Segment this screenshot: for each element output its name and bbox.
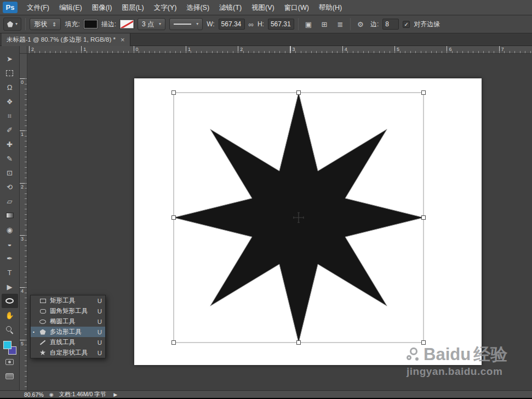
chevron-down-icon: ▾ bbox=[15, 22, 18, 26]
ruler-label-h: 1 bbox=[188, 47, 191, 52]
flyout-item-ellipse[interactable]: 椭圆工具U bbox=[31, 316, 105, 327]
lasso-tool-icon: Ω bbox=[7, 84, 13, 91]
menu-item-1[interactable]: 编辑(E) bbox=[54, 0, 87, 15]
path-operations-icon[interactable]: ▣ bbox=[302, 18, 314, 30]
brush-tool[interactable]: ✎ bbox=[2, 151, 18, 166]
eraser-tool-icon: ▱ bbox=[7, 198, 13, 205]
crop-tool[interactable]: ⌗ bbox=[2, 109, 18, 123]
flyout-item-label: 椭圆工具 bbox=[50, 317, 75, 326]
width-input[interactable] bbox=[219, 19, 245, 30]
photoshop-logo[interactable]: Ps bbox=[3, 2, 18, 13]
screen-mode-icon bbox=[5, 373, 14, 379]
selection-handle[interactable] bbox=[422, 91, 426, 95]
selection-handle[interactable] bbox=[297, 341, 301, 345]
tool-mode-select[interactable]: 形状 ⇕ bbox=[30, 18, 61, 30]
sides-input[interactable] bbox=[382, 19, 399, 30]
align-edges-checkbox[interactable]: ✓ bbox=[403, 21, 410, 28]
selection-handle[interactable] bbox=[297, 91, 301, 95]
dodge-tool[interactable]: ◒ bbox=[2, 237, 18, 251]
selection-handle[interactable] bbox=[172, 216, 176, 220]
flyout-item-custom-shape[interactable]: 自定形状工具U bbox=[31, 347, 105, 358]
gear-icon[interactable]: ⚙ bbox=[354, 18, 367, 30]
ruler-label-h: 3 bbox=[293, 47, 295, 52]
eyedropper-tool-icon: ✐ bbox=[7, 127, 13, 134]
hand-tool-icon: ✋ bbox=[5, 312, 14, 319]
menu-item-7[interactable]: 视图(V) bbox=[247, 0, 279, 15]
screen-mode-button[interactable] bbox=[2, 369, 18, 383]
shape-tool[interactable] bbox=[2, 294, 18, 308]
menu-item-4[interactable]: 文字(Y) bbox=[149, 0, 182, 15]
link-dimensions-icon[interactable]: ∞ bbox=[249, 20, 254, 29]
quick-selection-tool-icon: ❖ bbox=[7, 98, 13, 105]
flyout-item-shortcut: U bbox=[98, 308, 102, 315]
eyedropper-tool[interactable]: ✐ bbox=[2, 123, 18, 137]
separator bbox=[350, 18, 351, 30]
zoom-tool-icon bbox=[6, 326, 13, 333]
clone-stamp-tool[interactable]: ⊡ bbox=[2, 166, 18, 180]
artboard[interactable] bbox=[134, 78, 482, 365]
menu-item-0[interactable]: 文件(F) bbox=[22, 0, 54, 15]
stroke-width-select[interactable]: 3 点 ▾ bbox=[138, 18, 165, 30]
zoom-tool[interactable] bbox=[2, 322, 18, 337]
flyout-item-label: 直线工具 bbox=[50, 338, 75, 346]
quick-selection-tool[interactable]: ❖ bbox=[2, 94, 18, 109]
status-menu-arrow-icon[interactable]: ▶ bbox=[113, 392, 117, 397]
menu-item-8[interactable]: 窗口(W) bbox=[279, 0, 314, 15]
eraser-tool[interactable]: ▱ bbox=[2, 194, 18, 208]
flyout-item-rect[interactable]: 矩形工具U bbox=[31, 295, 105, 306]
flyout-item-label: 矩形工具 bbox=[50, 297, 75, 305]
selection-handle[interactable] bbox=[422, 341, 426, 345]
horizontal-ruler[interactable]: 2101234567 bbox=[27, 46, 532, 54]
document-tab[interactable]: 未标题-1 @ 80.7% (多边形 1, RGB/8) * × bbox=[2, 33, 130, 46]
rounded-rect-icon bbox=[38, 309, 47, 314]
flyout-item-shortcut: U bbox=[98, 329, 102, 335]
close-icon[interactable]: × bbox=[121, 36, 125, 43]
sides-label: 边: bbox=[370, 20, 379, 29]
rectangular-marquee-tool[interactable] bbox=[2, 66, 18, 80]
fill-color-swatch[interactable] bbox=[84, 20, 98, 29]
spot-healing-brush-tool[interactable]: ✚ bbox=[2, 137, 18, 151]
rect-icon bbox=[38, 299, 47, 303]
menu-item-2[interactable]: 图像(I) bbox=[87, 0, 117, 15]
shape-tool-icon bbox=[5, 298, 14, 304]
height-input[interactable] bbox=[268, 19, 294, 30]
foreground-color-swatch[interactable] bbox=[3, 341, 12, 349]
type-tool[interactable]: T bbox=[2, 265, 18, 280]
selection-handle[interactable] bbox=[172, 91, 176, 95]
zoom-level[interactable]: 80.67% bbox=[24, 391, 44, 398]
menu-item-5[interactable]: 选择(S) bbox=[181, 0, 214, 15]
menu-item-3[interactable]: 图层(L) bbox=[117, 0, 148, 15]
move-tool[interactable]: ➤ bbox=[2, 52, 18, 66]
history-brush-tool-icon: ⟲ bbox=[7, 184, 13, 191]
quick-mask-button[interactable] bbox=[2, 355, 18, 369]
clone-stamp-tool-icon: ⊡ bbox=[7, 169, 13, 176]
blur-tool[interactable]: ◉ bbox=[2, 223, 18, 237]
menu-item-9[interactable]: 帮助(H) bbox=[314, 0, 347, 15]
vertical-ruler[interactable]: 012345 bbox=[20, 54, 27, 391]
flyout-item-rounded-rect[interactable]: 圆角矩形工具U bbox=[31, 306, 105, 316]
path-arrangement-icon[interactable]: ≣ bbox=[334, 18, 346, 30]
flyout-item-polygon[interactable]: •多边形工具U bbox=[31, 327, 105, 337]
hand-tool[interactable]: ✋ bbox=[2, 308, 18, 322]
document-info[interactable]: 文档:1.46M/0 字节 bbox=[59, 391, 106, 398]
gradient-tool[interactable] bbox=[2, 208, 18, 223]
move-tool-icon: ➤ bbox=[7, 55, 13, 62]
chevron-down-icon: ▾ bbox=[196, 22, 198, 26]
quick-mask-icon bbox=[5, 359, 14, 365]
path-alignment-icon[interactable]: ⊞ bbox=[318, 18, 330, 30]
path-selection-tool[interactable]: ▶ bbox=[2, 280, 18, 294]
menu-item-6[interactable]: 滤镜(T) bbox=[214, 0, 247, 15]
lasso-tool[interactable]: Ω bbox=[2, 80, 18, 94]
ruler-label-h: 4 bbox=[345, 47, 347, 52]
selection-handle[interactable] bbox=[172, 341, 176, 345]
ruler-label-v: 4 bbox=[21, 288, 24, 294]
flyout-item-line[interactable]: 直线工具U bbox=[31, 337, 105, 347]
type-tool-icon: T bbox=[8, 269, 12, 276]
history-brush-tool[interactable]: ⟲ bbox=[2, 180, 18, 194]
tool-preset-dropdown[interactable]: ▾ bbox=[3, 18, 21, 31]
tool-mode-value: 形状 bbox=[34, 20, 47, 29]
stroke-color-swatch[interactable] bbox=[120, 20, 134, 29]
stroke-type-select[interactable]: ▾ bbox=[169, 18, 203, 30]
selection-handle[interactable] bbox=[422, 216, 426, 220]
pen-tool[interactable]: ✒ bbox=[2, 251, 18, 265]
